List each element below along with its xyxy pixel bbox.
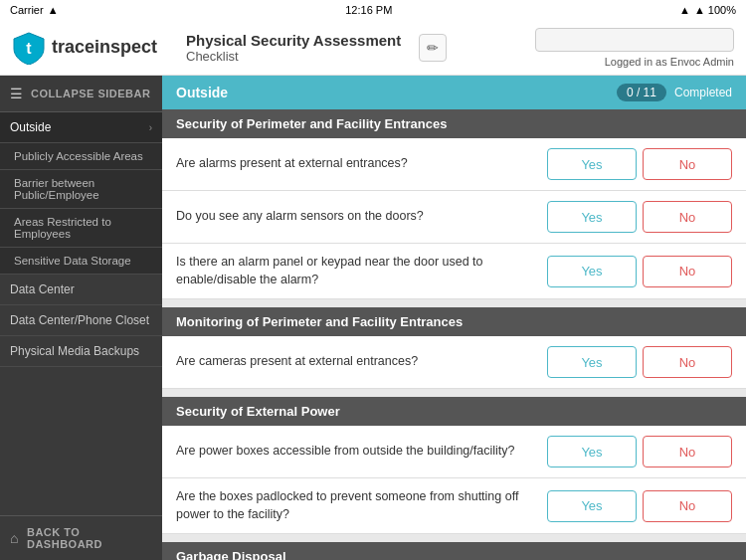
answer-buttons-2-1: Yes No — [547, 490, 732, 522]
spacer-2 — [162, 534, 746, 542]
checklist-item-0-2: Is there an alarm panel or keypad near t… — [162, 244, 746, 299]
collapse-sidebar-label: COLLAPSE SIDEBAR — [31, 88, 150, 99]
section-bar: Outside 0 / 11 Completed — [162, 76, 746, 109]
header-content: Physical Security Assessment Checklist ✏… — [174, 28, 734, 68]
group-header-2: Security of External Power — [162, 397, 746, 426]
checklist-item-1-0: Are cameras present at external entrance… — [162, 336, 746, 389]
logo-icon: t — [12, 31, 46, 65]
spacer-0 — [162, 299, 746, 307]
sidebar-outside-label: Outside — [10, 120, 51, 134]
question-2-0: Are power boxes accessible from outside … — [176, 443, 547, 461]
checklist-item-2-0: Are power boxes accessible from outside … — [162, 426, 746, 478]
completed-label: Completed — [674, 86, 732, 99]
chevron-right-icon: › — [149, 122, 152, 133]
sidebar-barrier-label: Barrier between Public/Employee — [14, 177, 99, 201]
yes-button-0-1[interactable]: Yes — [547, 201, 637, 233]
checklist-item-2-1: Are the boxes padlocked to prevent someo… — [162, 478, 746, 534]
status-right: ▲ ▲ 100% — [679, 4, 736, 16]
sidebar-datacenter-label: Data Center — [10, 282, 75, 296]
sidebar-item-data-center[interactable]: Data Center — [0, 275, 162, 305]
group-header-3: Garbage Disposal — [162, 542, 746, 560]
answer-buttons-0-2: Yes No — [547, 256, 732, 287]
logo-area: t traceinspect — [12, 31, 174, 65]
sidebar-sensitive-label: Sensitive Data Storage — [14, 255, 131, 267]
battery-label: ▲ 100% — [694, 4, 736, 16]
search-input[interactable] — [535, 28, 734, 52]
question-1-0: Are cameras present at external entrance… — [176, 353, 547, 371]
wifi-icon: ▲ — [48, 4, 59, 16]
sidebar-physicalmedia-label: Physical Media Backups — [10, 344, 139, 358]
header-right: Logged in as Envoc Admin — [535, 28, 734, 68]
time-label: 12:16 PM — [345, 4, 392, 16]
home-icon: ⌂ — [10, 530, 19, 546]
sidebar-phonecloset-label: Data Center/Phone Closet — [10, 313, 149, 327]
header-title-block: Physical Security Assessment Checklist — [186, 32, 401, 64]
header: t traceinspect Physical Security Assessm… — [0, 20, 746, 76]
checklist-item-0-1: Do you see any alarm sensors on the door… — [162, 191, 746, 244]
section-bar-right: 0 / 11 Completed — [617, 84, 732, 101]
no-button-2-1[interactable]: No — [643, 490, 732, 522]
checklist-item-0-0: Are alarms present at external entrances… — [162, 138, 746, 191]
back-label: BACK TO DASHBOARD — [27, 526, 152, 550]
checklist-scroll: Security of Perimeter and Facility Entra… — [162, 109, 746, 560]
group-header-0: Security of Perimeter and Facility Entra… — [162, 109, 746, 138]
group-header-1: Monitoring of Perimeter and Facility Ent… — [162, 307, 746, 336]
progress-badge: 0 / 11 — [617, 84, 666, 101]
sidebar-item-phone-closet[interactable]: Data Center/Phone Closet — [0, 305, 162, 336]
no-button-0-2[interactable]: No — [643, 256, 732, 287]
sidebar-item-barrier[interactable]: Barrier between Public/Employee — [0, 170, 162, 209]
sidebar-item-outside[interactable]: Outside › — [0, 112, 162, 143]
question-0-2: Is there an alarm panel or keypad near t… — [176, 254, 547, 288]
sidebar-publicly-label: Publicly Accessible Areas — [14, 150, 143, 162]
logo-text: traceinspect — [52, 37, 157, 58]
carrier-label: Carrier — [10, 4, 44, 16]
answer-buttons-0-0: Yes No — [547, 148, 732, 180]
answer-buttons-1-0: Yes No — [547, 346, 732, 378]
question-0-0: Are alarms present at external entrances… — [176, 155, 547, 173]
page-subtitle: Checklist — [186, 49, 401, 64]
sidebar-restricted-label: Areas Restricted to Employees — [14, 216, 111, 240]
no-button-0-1[interactable]: No — [643, 201, 732, 233]
no-button-2-0[interactable]: No — [643, 436, 732, 467]
status-left: Carrier ▲ — [10, 4, 59, 16]
collapse-sidebar-button[interactable]: ☰ COLLAPSE SIDEBAR — [0, 76, 162, 112]
sidebar-item-restricted[interactable]: Areas Restricted to Employees — [0, 209, 162, 248]
edit-button[interactable]: ✏ — [419, 34, 447, 62]
question-2-1: Are the boxes padlocked to prevent someo… — [176, 488, 547, 523]
location-icon: ▲ — [679, 4, 690, 16]
logged-in-label: Logged in as Envoc Admin — [605, 56, 734, 68]
question-0-1: Do you see any alarm sensors on the door… — [176, 208, 547, 226]
section-title: Outside — [176, 85, 228, 100]
svg-text:t: t — [26, 40, 32, 57]
yes-button-0-0[interactable]: Yes — [547, 148, 637, 180]
no-button-1-0[interactable]: No — [643, 346, 732, 378]
main-content: Outside 0 / 11 Completed Security of Per… — [162, 76, 746, 560]
answer-buttons-2-0: Yes No — [547, 436, 732, 467]
menu-icon: ☰ — [10, 86, 23, 101]
no-button-0-0[interactable]: No — [643, 148, 732, 180]
yes-button-0-2[interactable]: Yes — [547, 256, 637, 287]
back-to-dashboard-button[interactable]: ⌂ BACK TO DASHBOARD — [0, 515, 162, 560]
answer-buttons-0-1: Yes No — [547, 201, 732, 233]
yes-button-1-0[interactable]: Yes — [547, 346, 637, 378]
sidebar-item-physical-media[interactable]: Physical Media Backups — [0, 336, 162, 367]
spacer-1 — [162, 389, 746, 397]
status-bar: Carrier ▲ 12:16 PM ▲ ▲ 100% — [0, 0, 746, 20]
sidebar: ☰ COLLAPSE SIDEBAR Outside › Publicly Ac… — [0, 76, 162, 560]
page-title: Physical Security Assessment — [186, 32, 401, 49]
yes-button-2-1[interactable]: Yes — [547, 490, 637, 522]
yes-button-2-0[interactable]: Yes — [547, 436, 637, 467]
main-layout: ☰ COLLAPSE SIDEBAR Outside › Publicly Ac… — [0, 76, 746, 560]
sidebar-item-sensitive[interactable]: Sensitive Data Storage — [0, 248, 162, 275]
sidebar-item-publicly-accessible[interactable]: Publicly Accessible Areas — [0, 143, 162, 170]
